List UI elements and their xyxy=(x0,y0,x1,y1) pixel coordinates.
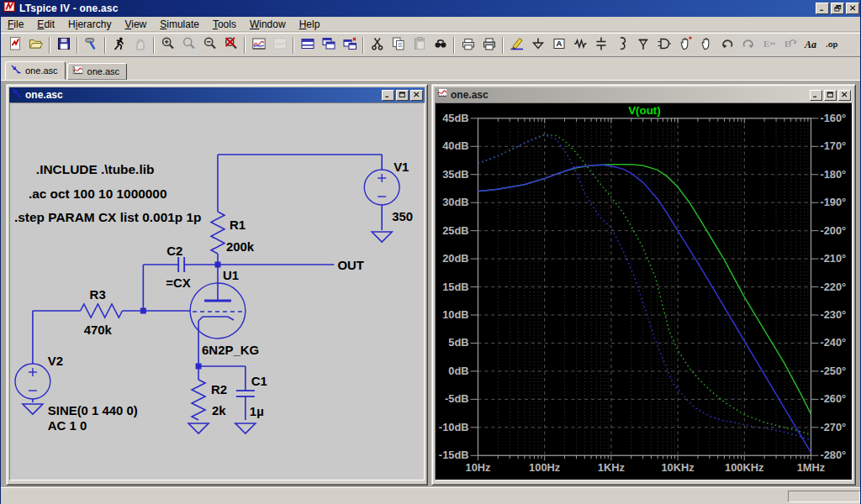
zoom-out-button[interactable] xyxy=(199,35,220,55)
svg-text:C1: C1 xyxy=(251,374,267,388)
plot-canvas[interactable]: 45dB40dB35dB30dB25dB20dB15dB10dB5dB0dB-5… xyxy=(435,102,853,480)
new-schematic-icon xyxy=(8,36,23,54)
menu-item-hierarchy[interactable]: Hierarchy xyxy=(61,18,118,31)
wire-button[interactable] xyxy=(506,35,527,55)
tile-vertical-button[interactable] xyxy=(339,35,360,55)
spice-directive-button[interactable]: .op xyxy=(821,35,843,55)
toolbar: AEEAa.op xyxy=(1,33,861,57)
cascade-windows-button[interactable] xyxy=(318,35,339,55)
find-button[interactable] xyxy=(430,35,451,55)
inductor-button[interactable] xyxy=(611,35,632,55)
close-button[interactable] xyxy=(838,90,851,101)
open-button[interactable] xyxy=(25,35,46,55)
menu-item-tools[interactable]: Tools xyxy=(206,18,243,31)
tab-1-one.asc[interactable]: one.asc xyxy=(5,61,66,80)
schematic-icon xyxy=(10,64,22,77)
tile-horizontal-button[interactable] xyxy=(297,35,318,55)
zoom-in-button[interactable] xyxy=(157,35,178,55)
svg-text:SINE(0 1 440 0): SINE(0 1 440 0) xyxy=(48,403,138,417)
svg-text:200k: 200k xyxy=(226,239,255,254)
save-button[interactable] xyxy=(53,35,74,55)
svg-text:-270°: -270° xyxy=(820,421,846,433)
label-net-button[interactable]: A xyxy=(548,35,569,55)
minimize-button[interactable] xyxy=(810,90,822,101)
menu-item-window[interactable]: Window xyxy=(243,18,293,31)
restore-button[interactable] xyxy=(831,3,844,14)
component-U1[interactable]: U16N2P_KG xyxy=(190,268,259,357)
run-icon xyxy=(112,36,127,54)
spice-directives[interactable]: .INCLUDE .\tube.lib.ac oct 100 10 100000… xyxy=(14,162,202,224)
diode-icon xyxy=(636,36,651,54)
drag-icon xyxy=(699,36,714,54)
svg-text:-160°: -160° xyxy=(820,112,846,124)
undo-icon xyxy=(720,36,735,54)
toolbar-separator xyxy=(362,37,364,54)
maximize-button[interactable] xyxy=(824,90,837,101)
print-button[interactable] xyxy=(478,35,499,55)
close-button[interactable] xyxy=(410,90,423,101)
menu-bar: FileEditHierarchyViewSimulateToolsWindow… xyxy=(1,17,861,32)
svg-text:-170°: -170° xyxy=(820,139,846,152)
tab-2-one.asc[interactable]: one.asc xyxy=(67,63,128,80)
menu-item-view[interactable]: View xyxy=(118,18,153,31)
undo-button[interactable] xyxy=(716,35,737,55)
app-title: LTspice IV - one.asc xyxy=(19,3,814,14)
svg-text:E: E xyxy=(763,39,769,49)
print-preview-button[interactable] xyxy=(457,35,478,55)
move-button[interactable] xyxy=(674,35,695,55)
control-panel-button[interactable] xyxy=(81,35,102,55)
diode-button[interactable] xyxy=(632,35,653,55)
capacitor-button[interactable] xyxy=(590,35,611,55)
app-titlebar: LTspice IV - one.asc xyxy=(1,0,861,17)
toolbar-separator xyxy=(293,37,294,54)
wire-icon xyxy=(510,36,525,54)
component-C2[interactable]: C2=CX xyxy=(166,244,190,290)
maximize-button[interactable] xyxy=(396,90,409,101)
minimize-button[interactable] xyxy=(816,3,829,14)
menu-item-help[interactable]: Help xyxy=(293,18,327,31)
component-V2[interactable]: V2SINE(0 1 440 0)AC 1 0 xyxy=(15,354,138,433)
svg-text:=CX: =CX xyxy=(166,276,190,290)
net-label-OUT[interactable]: OUT xyxy=(337,258,364,272)
redo-button xyxy=(737,35,758,55)
new-schematic-button[interactable] xyxy=(4,35,25,55)
component-R2[interactable]: R22k xyxy=(188,380,227,433)
ltspice-app: LTspice IV - one.asc FileEditHierarchyVi… xyxy=(0,0,861,504)
mdi-workspace: one.asc .INCLUDE .\tube.lib.ac oct 100 1… xyxy=(1,81,861,487)
menu-item-file[interactable]: File xyxy=(1,18,30,31)
maximize-icon xyxy=(398,91,407,99)
plot-settings-button[interactable] xyxy=(248,35,269,55)
component-R1[interactable]: R1200k xyxy=(211,212,255,254)
schematic-canvas[interactable]: .INCLUDE .\tube.lib.ac oct 100 10 100000… xyxy=(9,102,425,480)
capacitor-icon xyxy=(594,36,609,54)
save-icon xyxy=(56,36,71,54)
zoom-out-icon xyxy=(203,36,218,54)
svg-text:1KHz: 1KHz xyxy=(598,461,625,474)
svg-text:-190°: -190° xyxy=(820,196,846,208)
svg-text:A: A xyxy=(556,39,562,48)
drag-button[interactable] xyxy=(695,35,716,55)
component-R3[interactable]: R3470k xyxy=(81,287,123,337)
plot-window-titlebar[interactable]: one.asc xyxy=(435,87,853,102)
text-button[interactable]: Aa xyxy=(800,35,821,55)
schematic-window-titlebar[interactable]: one.asc xyxy=(9,87,425,102)
zoom-full-extents-button[interactable] xyxy=(220,35,241,55)
status-bar xyxy=(1,487,861,504)
close-button[interactable] xyxy=(846,3,859,14)
resistor-button[interactable] xyxy=(569,35,590,55)
run-button[interactable] xyxy=(108,35,129,55)
copy-button[interactable] xyxy=(388,35,409,55)
menu-item-edit[interactable]: Edit xyxy=(30,18,61,31)
svg-text:-210°: -210° xyxy=(820,252,846,265)
paste-button xyxy=(409,35,430,55)
cut-button[interactable] xyxy=(367,35,388,55)
ground-button[interactable] xyxy=(527,35,548,55)
menu-item-simulate[interactable]: Simulate xyxy=(153,18,206,31)
component-V1[interactable]: V1350 xyxy=(364,160,413,242)
svg-text:0dB: 0dB xyxy=(448,365,468,377)
schematic-window-title: one.asc xyxy=(25,89,378,101)
minimize-button[interactable] xyxy=(382,90,394,101)
component-C1[interactable]: C11µ xyxy=(235,374,267,433)
tab-bar: one.ascone.asc xyxy=(1,58,861,81)
component-button[interactable] xyxy=(653,35,674,55)
